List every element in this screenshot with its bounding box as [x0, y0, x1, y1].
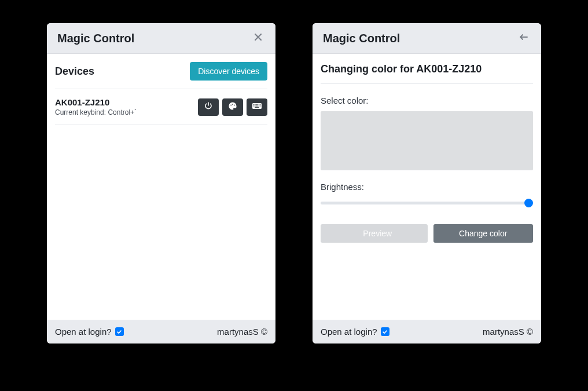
footer: Open at login? martynasS © [313, 320, 541, 344]
footer-credit: martynasS © [483, 327, 533, 337]
svg-point-2 [234, 105, 235, 106]
close-icon [254, 33, 262, 43]
svg-rect-5 [255, 104, 255, 105]
footer-left: Open at login? [321, 327, 389, 337]
power-icon [204, 101, 213, 113]
titlebar: Magic Control [313, 23, 541, 54]
device-actions [198, 98, 267, 116]
device-row: AK001-ZJ210 Current keybind: Control+` [55, 89, 267, 125]
device-name: AK001-ZJ210 [55, 97, 137, 107]
power-button[interactable] [198, 98, 219, 116]
color-button[interactable] [222, 98, 243, 116]
svg-rect-8 [259, 104, 259, 105]
close-button[interactable] [251, 31, 265, 45]
arrow-left-icon [519, 33, 528, 43]
svg-rect-14 [259, 105, 259, 106]
keyboard-icon [252, 102, 262, 112]
back-button[interactable] [517, 31, 531, 45]
devices-section-title: Devices [55, 65, 94, 78]
svg-point-1 [232, 104, 233, 105]
open-at-login-label: Open at login? [55, 327, 112, 337]
svg-rect-15 [260, 105, 260, 106]
device-info: AK001-ZJ210 Current keybind: Control+` [55, 97, 137, 116]
window-color: Magic Control Changing color for AK001-Z… [313, 23, 541, 344]
footer-left: Open at login? [55, 327, 124, 337]
device-keybind-label: Current keybind: Control+` [55, 108, 137, 116]
app-title: Magic Control [57, 32, 134, 45]
button-row: Preview Change color [321, 224, 533, 243]
open-at-login-checkbox[interactable] [115, 327, 124, 336]
change-color-button[interactable]: Change color [433, 224, 534, 243]
select-color-label: Select color: [321, 96, 533, 105]
svg-rect-13 [258, 105, 258, 106]
svg-rect-16 [255, 107, 259, 108]
svg-rect-4 [253, 104, 254, 105]
open-at-login-checkbox[interactable] [381, 327, 389, 336]
page-heading: Changing color for AK001-ZJ210 [321, 54, 533, 84]
brightness-label: Brightness: [321, 182, 533, 192]
app-title: Magic Control [323, 32, 400, 45]
svg-rect-7 [258, 104, 258, 105]
preview-button[interactable]: Preview [321, 224, 428, 243]
brightness-slider[interactable] [321, 198, 533, 208]
footer-credit: martynasS © [217, 327, 267, 337]
open-at-login-label: Open at login? [321, 327, 377, 337]
keyboard-button[interactable] [247, 98, 267, 116]
devices-header-row: Devices Discover devices [55, 54, 267, 89]
content-area: Changing color for AK001-ZJ210 Select co… [313, 54, 541, 320]
footer: Open at login? martynasS © [47, 320, 275, 344]
svg-rect-6 [256, 104, 256, 105]
slider-thumb[interactable] [524, 199, 533, 207]
svg-rect-9 [260, 104, 260, 105]
svg-rect-12 [256, 105, 256, 106]
check-icon [382, 327, 388, 337]
svg-point-0 [230, 105, 231, 106]
check-icon [116, 327, 122, 337]
palette-icon [228, 101, 237, 113]
svg-rect-10 [253, 105, 254, 106]
svg-rect-11 [255, 105, 255, 106]
content-area: Devices Discover devices AK001-ZJ210 Cur… [47, 54, 275, 320]
discover-devices-button[interactable]: Discover devices [190, 62, 267, 81]
window-devices: Magic Control Devices Discover devices A… [47, 23, 275, 344]
titlebar: Magic Control [47, 23, 275, 54]
slider-track [321, 202, 533, 204]
color-picker[interactable] [321, 111, 533, 170]
